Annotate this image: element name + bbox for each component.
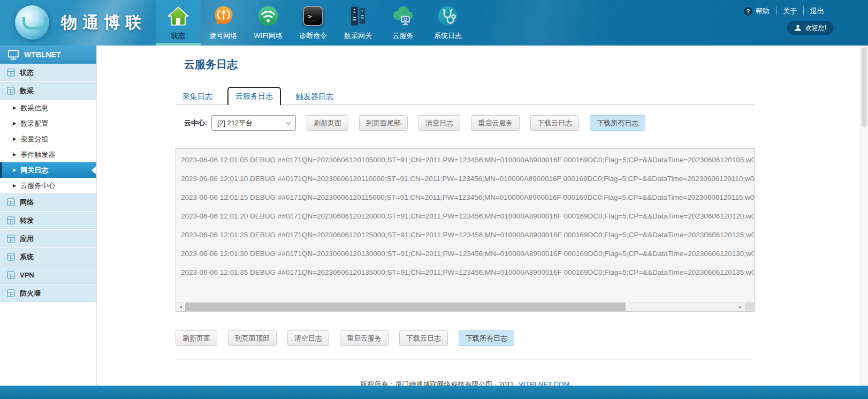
log-line: 2023-06-06 12:01:20 DEBUG ##0171QN=20230… bbox=[181, 207, 754, 225]
download-all-logs-button-bottom[interactable]: 下载所有日志 bbox=[459, 330, 514, 346]
sidebar-item-system[interactable]: 系统 bbox=[0, 248, 96, 266]
grid-icon bbox=[7, 271, 15, 279]
grid-icon bbox=[7, 235, 15, 243]
sidebar-item-label: 事件触发器 bbox=[20, 150, 55, 160]
sidebar-item-status[interactable]: 状态 bbox=[0, 64, 96, 82]
scroll-left-arrow-icon[interactable]: ◄ bbox=[176, 303, 185, 311]
nav-item-wifi-network[interactable]: WIFI网络 bbox=[246, 0, 291, 46]
sidebar-item-label: 防火墙 bbox=[20, 289, 41, 298]
nav-label: 状态 bbox=[171, 31, 185, 41]
home-icon bbox=[167, 4, 189, 28]
sidebar-item-forwarding[interactable]: 转发 bbox=[0, 212, 96, 230]
nav-item-diagnostic-command[interactable]: >_ 诊断命令 bbox=[291, 0, 336, 46]
main-content: 云服务日志 采集日志 云服务日志 触发器日志 云中心: [2] 212平台 刷新… bbox=[176, 46, 755, 389]
sidebar-item-label: 网关日志 bbox=[20, 165, 48, 175]
sidebar-item-data-info[interactable]: ▶ 数采信息 bbox=[0, 100, 96, 116]
grid-icon bbox=[7, 69, 15, 77]
top-navigation: 状态 拨号网络 WIFI网络 >_ 诊断命令 数采网关 云服务 系统日志 bbox=[156, 0, 470, 46]
scrollbar-thumb[interactable] bbox=[185, 303, 626, 311]
download-all-logs-button[interactable]: 下载所有日志 bbox=[590, 115, 645, 131]
sidebar: WTBLNET 状态 数采 ▶ 数采信息 ▶ 数采配置 ▶ 变量分组 ▶ 事件触… bbox=[0, 46, 97, 386]
bottom-toolbar: 刷新页面 到页面顶部 清空日志 重启云服务 下载云日志 下载所有日志 bbox=[176, 330, 755, 346]
wifi-icon bbox=[257, 4, 279, 28]
about-link[interactable]: 关于 bbox=[776, 6, 803, 16]
brand-logo-icon bbox=[15, 5, 49, 40]
app-header: 物通博联 状态 拨号网络 WIFI网络 >_ 诊断命令 数采网关 云服务 系统 bbox=[0, 0, 868, 46]
restart-cloud-service-button-bottom[interactable]: 重启云服务 bbox=[340, 330, 389, 346]
tab-collection-log[interactable]: 采集日志 bbox=[176, 88, 219, 104]
header-links: ? 帮助 关于 退出 bbox=[737, 6, 831, 16]
nav-label: 拨号网络 bbox=[209, 31, 237, 41]
sidebar-item-label: VPN bbox=[20, 271, 34, 279]
sidebar-item-network[interactable]: 网络 bbox=[0, 193, 96, 212]
sidebar-item-data-config[interactable]: ▶ 数采配置 bbox=[0, 116, 96, 131]
footer-divider bbox=[176, 359, 755, 359]
download-cloud-log-button[interactable]: 下载云日志 bbox=[530, 115, 579, 131]
refresh-page-button-bottom[interactable]: 刷新页面 bbox=[176, 330, 217, 346]
sidebar-item-gateway-log[interactable]: ▶ 网关日志 bbox=[0, 162, 96, 178]
scrollbar-track[interactable] bbox=[185, 303, 736, 311]
welcome-label: 欢迎您! bbox=[805, 24, 826, 33]
nav-item-status[interactable]: 状态 bbox=[156, 0, 201, 46]
grid-icon bbox=[7, 216, 15, 224]
page-vertical-scrollbar[interactable] bbox=[860, 46, 868, 386]
grid-icon bbox=[7, 289, 15, 297]
sidebar-item-event-trigger[interactable]: ▶ 事件触发器 bbox=[0, 147, 96, 162]
log-output-area[interactable]: 2023-06-06 12:01:05 DEBUG ##0171QN=20230… bbox=[176, 148, 755, 312]
nav-item-cloud-service[interactable]: 云服务 bbox=[380, 0, 425, 46]
chevron-down-icon bbox=[286, 119, 291, 125]
nav-item-data-gateway[interactable]: 数采网关 bbox=[336, 0, 380, 46]
log-line: 2023-06-06 12:01:35 DEBUG ##0171QN=20230… bbox=[181, 263, 754, 282]
sidebar-item-variable-group[interactable]: ▶ 变量分组 bbox=[0, 131, 96, 147]
help-link[interactable]: ? 帮助 bbox=[737, 6, 776, 16]
monitor-icon bbox=[8, 50, 19, 60]
sidebar-item-label: 应用 bbox=[20, 234, 34, 244]
grid-icon bbox=[7, 253, 15, 261]
top-toolbar: 云中心: [2] 212平台 刷新页面 到页面尾部 清空日志 重启云服务 下载云… bbox=[176, 115, 755, 131]
submenu-arrow-icon: ▶ bbox=[13, 168, 16, 172]
cloud-center-select[interactable]: [2] 212平台 bbox=[211, 115, 296, 131]
system-log-icon bbox=[437, 4, 459, 28]
device-name: WTBLNET bbox=[24, 50, 60, 59]
question-icon: ? bbox=[744, 7, 752, 16]
page-title: 云服务日志 bbox=[184, 57, 755, 72]
grid-icon bbox=[7, 87, 15, 95]
refresh-page-button[interactable]: 刷新页面 bbox=[307, 115, 348, 131]
cloud-center-selected-value: [2] 212平台 bbox=[217, 118, 253, 128]
sidebar-item-label: 变量分组 bbox=[20, 134, 48, 144]
log-line: 2023-06-06 12:01:05 DEBUG ##0171QN=20230… bbox=[181, 150, 754, 169]
restart-cloud-service-button[interactable]: 重启云服务 bbox=[471, 115, 520, 131]
user-icon bbox=[794, 24, 802, 32]
scroll-right-arrow-icon[interactable]: ► bbox=[736, 303, 745, 311]
sidebar-item-cloud-service-center[interactable]: ▶ 云服务中心 bbox=[0, 178, 96, 193]
submenu-arrow-icon: ▶ bbox=[13, 106, 16, 110]
go-to-page-top-button[interactable]: 到页面顶部 bbox=[228, 330, 277, 346]
sidebar-item-vpn[interactable]: VPN bbox=[0, 266, 96, 284]
sidebar-item-label: 云服务中心 bbox=[20, 181, 55, 191]
sidebar-item-data-collection[interactable]: 数采 bbox=[0, 82, 96, 100]
logout-link[interactable]: 退出 bbox=[803, 6, 831, 16]
nav-item-dial-network[interactable]: 拨号网络 bbox=[201, 0, 246, 46]
page-scrollbar-thumb[interactable] bbox=[862, 47, 867, 127]
nav-label: 诊断命令 bbox=[299, 31, 327, 41]
submenu-arrow-icon: ▶ bbox=[13, 153, 16, 157]
sidebar-item-label: 网络 bbox=[20, 198, 34, 207]
welcome-badge[interactable]: 欢迎您! bbox=[787, 21, 834, 35]
log-horizontal-scrollbar[interactable]: ◄ ► bbox=[176, 302, 754, 311]
log-tabs: 采集日志 云服务日志 触发器日志 bbox=[176, 87, 755, 105]
clear-log-button-bottom[interactable]: 清空日志 bbox=[287, 330, 329, 346]
help-label: 帮助 bbox=[756, 6, 770, 16]
device-name-header: WTBLNET bbox=[0, 46, 96, 64]
nav-item-system-log[interactable]: 系统日志 bbox=[425, 0, 470, 46]
sidebar-item-label: 系统 bbox=[20, 252, 34, 262]
go-to-page-bottom-button[interactable]: 到页面尾部 bbox=[359, 115, 408, 131]
terminal-icon: >_ bbox=[303, 4, 323, 28]
download-cloud-log-button-bottom[interactable]: 下载云日志 bbox=[399, 330, 448, 346]
sidebar-item-firewall[interactable]: 防火墙 bbox=[0, 284, 96, 303]
sidebar-item-application[interactable]: 应用 bbox=[0, 230, 96, 248]
clear-log-button[interactable]: 清空日志 bbox=[418, 115, 460, 131]
cloud-center-label: 云中心: bbox=[184, 118, 207, 128]
tab-trigger-log[interactable]: 触发器日志 bbox=[289, 88, 340, 104]
submenu-arrow-icon: ▶ bbox=[13, 122, 16, 126]
tab-cloud-service-log[interactable]: 云服务日志 bbox=[227, 87, 281, 105]
